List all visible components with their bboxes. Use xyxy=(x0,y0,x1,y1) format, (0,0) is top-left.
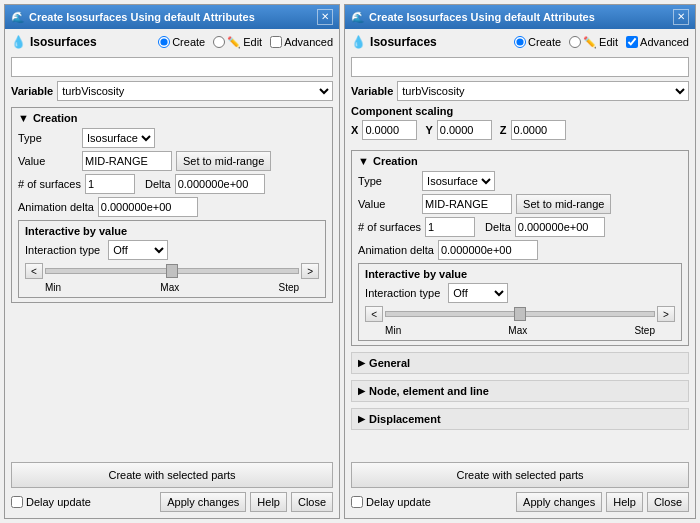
value-row-1: Value Set to mid-range xyxy=(18,151,326,171)
advanced-checkbox-1[interactable] xyxy=(270,36,282,48)
create-parts-btn-1[interactable]: Create with selected parts xyxy=(11,462,333,488)
y-scaling-input-2[interactable] xyxy=(437,120,492,140)
slider-right-btn-1[interactable]: > xyxy=(301,263,319,279)
isosurfaces-label-1: 💧 Isosurfaces xyxy=(11,35,97,49)
max-label-2: Max xyxy=(508,325,527,336)
animation-label-1: Animation delta xyxy=(18,201,94,213)
edit-radio-label-2: Edit xyxy=(599,36,618,48)
advanced-check-item-1: Advanced xyxy=(270,36,333,48)
interaction-type-select-1[interactable]: Off xyxy=(108,240,168,260)
delay-update-2: Delay update xyxy=(351,496,431,508)
help-btn-1[interactable]: Help xyxy=(250,492,287,512)
value-input-1[interactable] xyxy=(82,151,172,171)
app-icon-2: 🌊 xyxy=(351,11,365,24)
close-button-1[interactable]: ✕ xyxy=(317,9,333,25)
creation-title-2: Creation xyxy=(373,155,418,167)
interactive-group-2: Interactive by value Interaction type Of… xyxy=(358,263,682,341)
value-input-2[interactable] xyxy=(422,194,512,214)
create-radio-1[interactable] xyxy=(158,36,170,48)
apply-btn-2[interactable]: Apply changes xyxy=(516,492,602,512)
surfaces-input-1[interactable] xyxy=(85,174,135,194)
apply-btn-1[interactable]: Apply changes xyxy=(160,492,246,512)
slider-left-btn-1[interactable]: < xyxy=(25,263,43,279)
general-arrow-2: ▶ xyxy=(358,358,365,368)
edit-radio-item-1: ✏️ Edit xyxy=(213,36,262,49)
slider-row-1: < > xyxy=(25,263,319,279)
variable-select-2[interactable]: turbViscosity xyxy=(397,81,689,101)
slider-track-1[interactable] xyxy=(45,268,299,274)
value-label-1: Value xyxy=(18,155,78,167)
create-radio-label-1: Create xyxy=(172,36,205,48)
close-icon-1: ✕ xyxy=(321,12,329,22)
variable-select-1[interactable]: turbViscosity xyxy=(57,81,333,101)
z-scaling-input-2[interactable] xyxy=(511,120,566,140)
type-select-1[interactable]: Isosurface xyxy=(82,128,155,148)
isosurfaces-text-2: Isosurfaces xyxy=(370,35,437,49)
close-bottom-btn-1[interactable]: Close xyxy=(291,492,333,512)
node-element-header-2[interactable]: ▶ Node, element and line xyxy=(352,381,688,401)
delta-input-1[interactable] xyxy=(175,174,265,194)
slider-left-btn-2[interactable]: < xyxy=(365,306,383,322)
animation-row-1: Animation delta xyxy=(18,197,326,217)
creation-triangle-1: ▼ xyxy=(18,112,29,124)
general-header-2[interactable]: ▶ General xyxy=(352,353,688,373)
search-input-1[interactable] xyxy=(11,57,333,77)
displacement-header-2[interactable]: ▶ Displacement xyxy=(352,409,688,429)
step-label-2: Step xyxy=(634,325,655,336)
component-scaling-2: Component scaling X Y Z xyxy=(351,105,689,140)
interaction-type-label-2: Interaction type xyxy=(365,287,440,299)
delay-checkbox-2[interactable] xyxy=(351,496,363,508)
general-title-2: General xyxy=(369,357,410,369)
general-section-2: ▶ General xyxy=(351,352,689,374)
title-bar-left-1: 🌊 Create Isosurfaces Using default Attri… xyxy=(11,11,255,24)
x-scaling-input-2[interactable] xyxy=(362,120,417,140)
set-midrange-btn-1[interactable]: Set to mid-range xyxy=(176,151,271,171)
delta-input-2[interactable] xyxy=(515,217,605,237)
min-label-1: Min xyxy=(45,282,61,293)
min-label-2: Min xyxy=(385,325,401,336)
slider-track-2[interactable] xyxy=(385,311,655,317)
type-label-1: Type xyxy=(18,132,78,144)
advanced-check-item-2: Advanced xyxy=(626,36,689,48)
interaction-type-label-1: Interaction type xyxy=(25,244,100,256)
help-btn-2[interactable]: Help xyxy=(606,492,643,512)
type-select-2[interactable]: Isosurface xyxy=(422,171,495,191)
surfaces-input-2[interactable] xyxy=(425,217,475,237)
animation-input-2[interactable] xyxy=(438,240,538,260)
close-button-2[interactable]: ✕ xyxy=(673,9,689,25)
interactive-title-2: Interactive by value xyxy=(365,268,675,280)
advanced-label-1: Advanced xyxy=(284,36,333,48)
chevron-right-icon-1: > xyxy=(307,266,313,277)
search-input-2[interactable] xyxy=(351,57,689,77)
dialog-title-2: Create Isosurfaces Using default Attribu… xyxy=(369,11,595,23)
surfaces-label-1: # of surfaces xyxy=(18,178,81,190)
chevron-right-icon-2: > xyxy=(663,309,669,320)
delta-label-1: Delta xyxy=(145,178,171,190)
interaction-type-select-2[interactable]: Off xyxy=(448,283,508,303)
creation-title-1: Creation xyxy=(33,112,78,124)
dialog-body-2: 💧 Isosurfaces Create ✏️ Edit Advanced xyxy=(345,29,695,518)
slider-right-btn-2[interactable]: > xyxy=(657,306,675,322)
set-midrange-btn-2[interactable]: Set to mid-range xyxy=(516,194,611,214)
creation-section-2: ▼ Creation Type Isosurface Value Set to … xyxy=(351,150,689,346)
value-row-2: Value Set to mid-range xyxy=(358,194,682,214)
bottom-buttons-2: Delay update Apply changes Help Close xyxy=(351,492,689,512)
close-bottom-btn-2[interactable]: Close xyxy=(647,492,689,512)
edit-radio-label-1: Edit xyxy=(243,36,262,48)
delay-checkbox-1[interactable] xyxy=(11,496,23,508)
displacement-title-2: Displacement xyxy=(369,413,441,425)
edit-radio-2[interactable] xyxy=(569,36,581,48)
water-icon-2: 💧 xyxy=(351,35,366,49)
close-icon-2: ✕ xyxy=(677,12,685,22)
edit-radio-1[interactable] xyxy=(213,36,225,48)
surfaces-label-2: # of surfaces xyxy=(358,221,421,233)
slider-thumb-1 xyxy=(166,264,178,278)
pencil-icon-1: ✏️ xyxy=(227,36,241,49)
create-parts-btn-2[interactable]: Create with selected parts xyxy=(351,462,689,488)
advanced-checkbox-2[interactable] xyxy=(626,36,638,48)
slider-labels-1: Min Max Step xyxy=(25,282,319,293)
create-radio-2[interactable] xyxy=(514,36,526,48)
displacement-section-2: ▶ Displacement xyxy=(351,408,689,430)
animation-input-1[interactable] xyxy=(98,197,198,217)
value-label-2: Value xyxy=(358,198,418,210)
